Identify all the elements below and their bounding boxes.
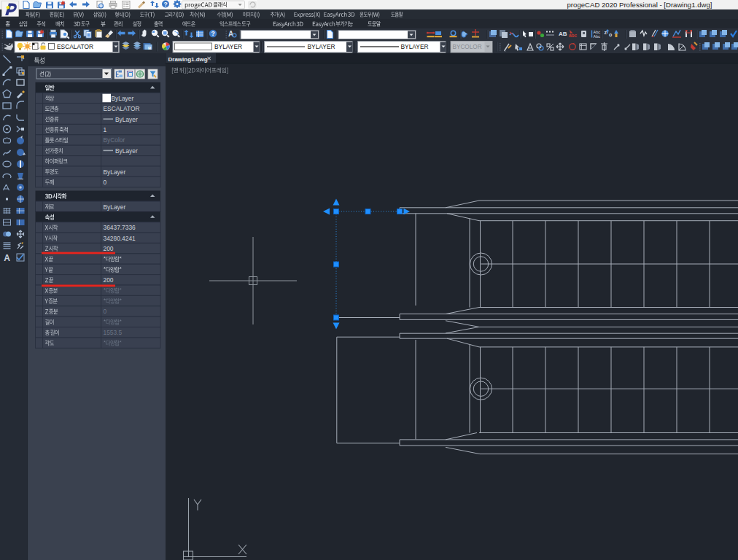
svg-text:B: B <box>148 46 152 50</box>
svg-text:ByColor: ByColor <box>104 136 125 144</box>
svg-text:?: ? <box>163 1 167 8</box>
svg-text:Abc: Abc <box>594 34 601 39</box>
svg-text:AB: AB <box>559 31 567 37</box>
svg-text:0: 0 <box>104 308 107 315</box>
svg-text:A: A <box>228 30 233 38</box>
svg-text:?: ? <box>211 30 214 37</box>
svg-text:BYLAYER: BYLAYER <box>214 43 242 50</box>
svg-text:1: 1 <box>104 126 107 133</box>
svg-text:200: 200 <box>104 276 114 284</box>
svg-text:ByLayer: ByLayer <box>115 147 138 155</box>
svg-text:0: 0 <box>104 179 107 186</box>
svg-text:BYLAYER: BYLAYER <box>308 43 335 50</box>
svg-text:BYLAYER: BYLAYER <box>401 43 429 50</box>
svg-text:o: o <box>609 32 612 37</box>
svg-text:ByLayer: ByLayer <box>112 95 134 102</box>
svg-text:36437.7336: 36437.7336 <box>104 224 136 231</box>
svg-text:Drawing1.dwg: Drawing1.dwg <box>168 56 208 63</box>
svg-text:ByLayer: ByLayer <box>115 116 138 123</box>
svg-text:1553.5: 1553.5 <box>104 329 123 336</box>
svg-text:ESCALATOR: ESCALATOR <box>104 105 140 112</box>
svg-text:ESCALATOR: ESCALATOR <box>57 43 93 50</box>
svg-text:ByLayer: ByLayer <box>104 168 126 176</box>
svg-text:abc: abc <box>569 33 578 38</box>
svg-text:progeCAD 2020 Professional - [: progeCAD 2020 Professional - [Drawing1.d… <box>567 1 712 9</box>
svg-text:BYCOLOR: BYCOLOR <box>453 44 482 50</box>
svg-text:200: 200 <box>104 245 114 252</box>
svg-text:A: A <box>4 253 10 263</box>
svg-text:34280.4241: 34280.4241 <box>104 235 136 242</box>
svg-text:ByLayer: ByLayer <box>104 203 126 211</box>
